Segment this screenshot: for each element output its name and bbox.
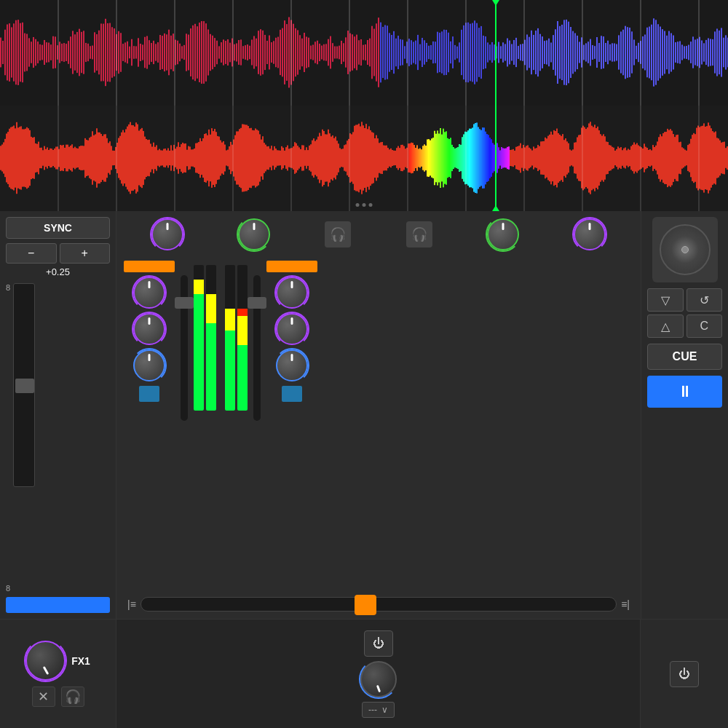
pitch-top-label: 8: [6, 283, 10, 292]
ch1-orange-bar: [124, 261, 175, 272]
fx-right-power-button[interactable]: ⏻: [670, 661, 699, 687]
ch2-gain-knob[interactable]: [276, 349, 308, 381]
fx1-knob[interactable]: [25, 641, 66, 681]
ch2-fader[interactable]: [253, 275, 261, 421]
control-buttons: ▽ ↺ △ C: [647, 288, 722, 338]
ch1-blue-btn[interactable]: [139, 386, 159, 402]
mixer-panel: 🎧 🎧: [116, 211, 641, 619]
ctrl-btn-3[interactable]: △: [647, 314, 684, 338]
vu-bar-3: [225, 265, 235, 411]
sync-button[interactable]: SYNC: [6, 217, 110, 239]
ch1-fader-thumb: [175, 297, 194, 309]
ch1-gain-knob[interactable]: [133, 349, 165, 381]
vu-bar-1: [194, 265, 204, 411]
fx-section: FX1 ✕ 🎧 ⏻ --- ∨ ⏻: [0, 619, 728, 728]
fx-headphone-icon[interactable]: 🎧: [61, 687, 84, 707]
controls-section: SYNC − + +0.25 8 8 1 2 🎧: [0, 211, 728, 619]
fx1-label: FX1: [71, 655, 90, 667]
ch1-mid-knob[interactable]: [133, 277, 165, 309]
headphone-ch2[interactable]: 🎧: [406, 221, 432, 248]
pitch-slider[interactable]: [13, 283, 35, 487]
fx-center-dashes: ---: [368, 705, 377, 715]
fx-center-knob[interactable]: [360, 661, 397, 697]
right-panel: ▽ ↺ △ C CUE ⏸: [641, 211, 728, 619]
pitch-plus-button[interactable]: +: [60, 243, 111, 264]
waveform-section: [0, 0, 728, 211]
ch1-fader[interactable]: [181, 275, 188, 421]
ch2-fader-thumb: [248, 297, 266, 309]
crossfader-right-icon[interactable]: ≡|: [621, 598, 630, 610]
record-disc: [660, 224, 711, 275]
fx-center-panel: ⏻ --- ∨: [116, 620, 641, 728]
ch1-knob2[interactable]: [238, 218, 270, 250]
fx-right-panel: ⏻: [641, 620, 728, 728]
chevron-down-icon: ∨: [381, 705, 388, 715]
fx-center-power-button[interactable]: ⏻: [364, 630, 393, 657]
fx-left-panel: FX1 ✕ 🎧: [0, 620, 116, 728]
crossfader[interactable]: [141, 597, 617, 612]
ctrl-btn-4[interactable]: C: [687, 314, 723, 338]
cue-button[interactable]: CUE: [647, 344, 722, 370]
vu-meters: [194, 258, 248, 411]
play-pause-button[interactable]: ⏸: [647, 376, 722, 408]
vu-bar-2: [206, 265, 216, 411]
headphone-ch1[interactable]: 🎧: [325, 221, 351, 248]
pitch-value: +0.25: [6, 266, 110, 277]
crossfader-thumb: [355, 595, 376, 615]
vu-bar-4: [237, 265, 248, 411]
ch1-knob1[interactable]: [151, 218, 183, 250]
waveform-bottom[interactable]: [0, 106, 728, 211]
record-area: [652, 217, 718, 282]
ch2-low-knob[interactable]: [276, 313, 308, 345]
pitch-minus-button[interactable]: −: [6, 243, 57, 264]
fx-crossfade-icon[interactable]: ✕: [32, 687, 55, 707]
waveform-top[interactable]: [0, 0, 728, 106]
crossfader-left-icon[interactable]: |≡: [127, 598, 136, 610]
ch1-low-knob[interactable]: [133, 313, 165, 345]
ctrl-btn-2[interactable]: ↺: [687, 288, 723, 312]
crossfader-row: |≡ ≡|: [124, 597, 633, 612]
pitch-bottom-label: 8: [6, 584, 10, 593]
pitch-slider-thumb: [15, 379, 34, 393]
ctrl-btn-1[interactable]: ▽: [647, 288, 684, 312]
blue-eq-bar: [6, 597, 110, 613]
ch2-knob2[interactable]: [574, 218, 606, 250]
fx-center-dropdown[interactable]: --- ∨: [362, 702, 395, 718]
ch2-orange-bar: [266, 261, 317, 272]
ch2-mid-knob[interactable]: [276, 277, 308, 309]
ch2-blue-btn[interactable]: [282, 386, 302, 402]
left-panel: SYNC − + +0.25 8 8 1 2: [0, 211, 116, 619]
ch2-knob1[interactable]: [487, 218, 519, 250]
